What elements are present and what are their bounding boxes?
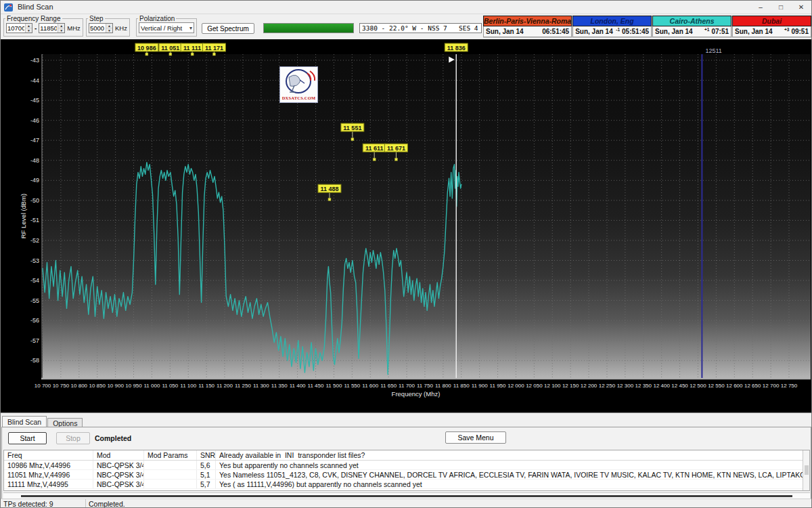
scrollbar-thumb[interactable] bbox=[805, 465, 809, 475]
table-cell: 5,6 bbox=[197, 461, 216, 469]
svg-text:12 000: 12 000 bbox=[508, 383, 524, 389]
svg-text:-47: -47 bbox=[30, 137, 39, 144]
svg-text:11 950: 11 950 bbox=[490, 383, 506, 389]
chevron-down-icon: ▾ bbox=[189, 25, 192, 31]
svg-text:12 250: 12 250 bbox=[599, 383, 616, 389]
save-menu-button[interactable]: Save Menu bbox=[445, 431, 506, 444]
spinner-arrows-icon[interactable]: ▲▼ bbox=[25, 24, 32, 33]
frequency-from-stepper[interactable]: ▲▼ bbox=[6, 23, 32, 33]
svg-text:12 650: 12 650 bbox=[744, 383, 761, 389]
frequency-range-group: Frequency Range ▲▼ - ▲▼ MHz bbox=[3, 15, 83, 37]
step-input[interactable] bbox=[89, 24, 106, 33]
table-cell: NBC-QPSK 3/4 bbox=[93, 470, 144, 479]
clock-time: 06:51:45 bbox=[542, 28, 569, 35]
svg-text:11 300: 11 300 bbox=[253, 383, 269, 389]
marker-11171: 11 171 bbox=[202, 43, 225, 56]
title-bar[interactable]: Blind Scan – □ ✕ bbox=[1, 1, 811, 14]
svg-text:12 150: 12 150 bbox=[562, 383, 579, 389]
table-row[interactable]: 11111 Mhz,V,44995NBC-QPSK 3/45,7Yes ( as… bbox=[4, 480, 809, 489]
svg-text:10 750: 10 750 bbox=[53, 383, 70, 389]
polarization-value: Vertical / Right bbox=[141, 24, 182, 32]
svg-text:12 750: 12 750 bbox=[781, 383, 798, 389]
tab-blind-scan[interactable]: Blind Scan bbox=[2, 416, 47, 427]
polarization-group: Polarization Vertical / Right ▾ bbox=[136, 15, 197, 37]
table-cell bbox=[144, 461, 197, 469]
start-button[interactable]: Start bbox=[8, 432, 47, 444]
svg-text:-46: -46 bbox=[30, 117, 39, 124]
svg-text:11 700: 11 700 bbox=[399, 383, 415, 389]
svg-text:-52: -52 bbox=[30, 237, 39, 244]
svg-text:11 500: 11 500 bbox=[326, 383, 342, 389]
tab-options[interactable]: Options bbox=[47, 418, 83, 427]
frequency-from-input[interactable] bbox=[7, 24, 25, 33]
clock-utc-offset: +1 bbox=[704, 27, 709, 32]
minimize-icon[interactable]: – bbox=[750, 1, 771, 14]
frequency-to-input[interactable] bbox=[39, 24, 58, 33]
table-header-row: FreqModMod ParamsSNRAlready available in… bbox=[4, 450, 809, 461]
column-header: Mod Params bbox=[144, 450, 197, 460]
toolbar: Frequency Range ▲▼ - ▲▼ MHz Step ▲▼ bbox=[1, 14, 812, 39]
spectrum-chart[interactable]: 10 70010 75010 80010 85010 90010 95011 0… bbox=[1, 39, 812, 412]
svg-text:11 250: 11 250 bbox=[235, 383, 251, 389]
svg-text:11 800: 11 800 bbox=[435, 383, 451, 389]
spinner-arrows-icon[interactable]: ▲▼ bbox=[58, 24, 64, 33]
stop-button[interactable]: Stop bbox=[56, 432, 90, 444]
svg-text:-44: -44 bbox=[30, 77, 39, 84]
clock-date: Sun, Jan 14 bbox=[486, 28, 524, 35]
svg-text:-45: -45 bbox=[30, 97, 39, 104]
svg-text:11 350: 11 350 bbox=[271, 383, 288, 389]
clock-utc-offset: +3 bbox=[784, 27, 789, 32]
svg-text:-55: -55 bbox=[30, 297, 39, 304]
transponder-table[interactable]: FreqModMod ParamsSNRAlready available in… bbox=[3, 450, 810, 491]
table-cell: 5,1 bbox=[197, 470, 216, 479]
get-spectrum-button[interactable]: Get Spectrum bbox=[202, 23, 254, 34]
clock-city: Cairo-Athens bbox=[652, 16, 731, 26]
svg-text:10 850: 10 850 bbox=[89, 383, 106, 389]
svg-text:11 200: 11 200 bbox=[217, 383, 233, 389]
table-row[interactable]: 10986 Mhz,V,44996NBC-QPSK 3/45,6Yes but … bbox=[4, 461, 809, 470]
table-cell: NBC-QPSK 3/4 bbox=[93, 461, 144, 469]
column-header: Already available in INI transponder lis… bbox=[216, 450, 809, 460]
svg-text:11 551: 11 551 bbox=[343, 125, 361, 131]
spinner-arrows-icon[interactable]: ▲▼ bbox=[106, 24, 112, 33]
frequency-to-stepper[interactable]: ▲▼ bbox=[39, 23, 65, 33]
close-icon[interactable]: ✕ bbox=[791, 1, 811, 14]
table-row[interactable]: 11051 Mhz,V,44996NBC-QPSK 3/45,1Yes Name… bbox=[4, 470, 809, 480]
marker-11111: 11 111 bbox=[181, 43, 204, 56]
polarization-label: Polarization bbox=[138, 15, 176, 22]
maximize-icon[interactable]: □ bbox=[771, 1, 791, 14]
svg-text:-48: -48 bbox=[30, 157, 39, 164]
x-axis-title: Frequency (Mhz) bbox=[392, 390, 441, 398]
svg-text:11 000: 11 000 bbox=[143, 383, 160, 389]
scrollbar-thumb[interactable] bbox=[21, 495, 792, 497]
range-separator: - bbox=[35, 24, 37, 32]
svg-text:12 350: 12 350 bbox=[635, 383, 652, 389]
satellite-info-field[interactable] bbox=[359, 23, 482, 33]
clock-4: DubaiSun, Jan 14+309:51 bbox=[732, 16, 811, 38]
table-cell bbox=[144, 480, 197, 488]
marker-10986: 10 986 bbox=[135, 43, 158, 56]
table-cell: Yes ( as 11111,V,44996) but apparently n… bbox=[216, 480, 809, 488]
svg-text:11 400: 11 400 bbox=[290, 383, 306, 389]
svg-text:10 700: 10 700 bbox=[35, 383, 51, 389]
svg-text:11 671: 11 671 bbox=[387, 145, 405, 152]
step-stepper[interactable]: ▲▼ bbox=[89, 23, 113, 33]
table-cell: 10986 Mhz,V,44996 bbox=[4, 461, 93, 469]
spectrum-chart-area[interactable]: 10 70010 75010 80010 85010 90010 95011 0… bbox=[1, 39, 812, 412]
clock-city: Berlin-Paris-Vienna-Roma bbox=[483, 16, 572, 26]
svg-text:11 100: 11 100 bbox=[180, 383, 196, 389]
table-vertical-scrollbar[interactable] bbox=[803, 450, 809, 490]
y-tick-labels: -43-44-45-46-47-48-49-50-51-52-53-54-55-… bbox=[30, 57, 39, 364]
frequency-range-label: Frequency Range bbox=[5, 15, 62, 22]
svg-text:-43: -43 bbox=[30, 57, 39, 64]
clock-date: Sun, Jan 14 bbox=[655, 28, 693, 35]
tps-detected-label: TPs detected: 9 bbox=[1, 499, 86, 508]
polarization-select[interactable]: Vertical / Right ▾ bbox=[139, 22, 194, 33]
svg-text:11 550: 11 550 bbox=[344, 383, 360, 389]
blind-scan-tab-page: Start Stop Completed Save Menu FreqModMo… bbox=[1, 427, 811, 504]
svg-text:10 986: 10 986 bbox=[137, 45, 156, 51]
svg-text:-49: -49 bbox=[30, 177, 39, 184]
svg-text:10 950: 10 950 bbox=[125, 383, 142, 389]
svg-text:12 300: 12 300 bbox=[617, 383, 634, 389]
svg-text:11 600: 11 600 bbox=[362, 383, 378, 389]
